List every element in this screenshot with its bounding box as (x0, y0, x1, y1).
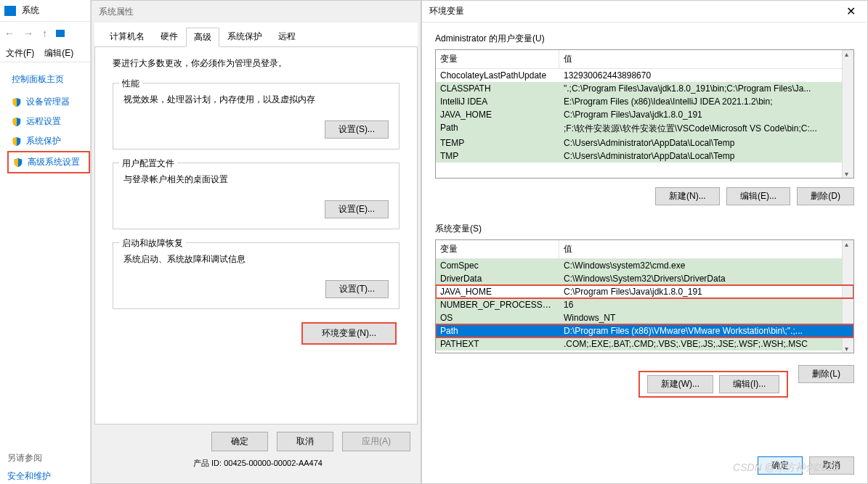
new-user-var-button[interactable]: 新建(N)... (655, 187, 720, 205)
table-row[interactable]: OSWindows_NT (436, 311, 853, 324)
cell-value: .COM;.EXE;.BAT;.CMD;.VBS;.VBE;.JS;.JSE;.… (559, 337, 853, 350)
table-row[interactable]: CLASSPATH".;C:\Program Files\Java\jdk1.8… (436, 82, 853, 95)
props-body: 要进行大多数更改，你必须作为管理员登录。 性能 视觉效果，处理器计划，内存使用，… (94, 47, 418, 424)
cell-variable: OS (436, 311, 559, 324)
user-profiles-group: 用户配置文件 与登录帐户相关的桌面设置 设置(E)... (113, 163, 399, 229)
cell-value: C:\Users\Administrator\AppData\Local\Tem… (559, 136, 853, 149)
sidebar-system-protection[interactable]: 系统保护 (7, 131, 90, 151)
sidebar-label: 高级系统设置 (28, 156, 80, 168)
cell-value: C:\Windows\System32\Drivers\DriverData (559, 272, 853, 285)
delete-sys-var-button[interactable]: 删除(L) (798, 365, 854, 383)
cancel-button[interactable]: 取消 (809, 456, 854, 475)
group-title: 用户配置文件 (119, 157, 177, 170)
cell-variable: PATHEXT (436, 337, 559, 350)
sidebar-label: 系统保护 (26, 135, 61, 147)
tab-hardware[interactable]: 硬件 (153, 27, 186, 46)
startup-recovery-group: 启动和故障恢复 系统启动、系统故障和调试信息 设置(T)... (113, 242, 399, 309)
menu-edit[interactable]: 编辑(E) (44, 47, 73, 60)
cancel-button[interactable]: 取消 (277, 432, 333, 451)
sidebar-label: 远程设置 (26, 115, 61, 128)
admin-note: 要进行大多数更改，你必须作为管理员登录。 (113, 57, 399, 70)
cell-value: C:\Users\Administrator\AppData\Local\Tem… (559, 149, 853, 163)
table-row[interactable]: ComSpecC:\Windows\system32\cmd.exe (436, 259, 853, 272)
cell-variable: Path (436, 324, 559, 337)
table-row[interactable]: TMPC:\Users\Administrator\AppData\Local\… (436, 149, 853, 163)
sidebar-remote-settings[interactable]: 远程设置 (7, 112, 90, 131)
cell-variable: Path (436, 121, 559, 136)
up-arrow-icon[interactable]: ↑ (42, 28, 47, 39)
table-row[interactable]: PathD:\Program Files (x86)\VMware\VMware… (436, 324, 853, 337)
cell-value: C:\Windows\system32\cmd.exe (559, 259, 853, 272)
col-variable[interactable]: 变量 (436, 240, 559, 258)
cell-value: 16 (559, 298, 853, 311)
tab-system-protection[interactable]: 系统保护 (219, 27, 270, 46)
cell-variable: NUMBER_OF_PROCESSORS (436, 298, 559, 311)
system-properties-dialog: 系统属性 计算机名 硬件 高级 系统保护 远程 要进行大多数更改，你必须作为管理… (91, 0, 421, 484)
sys-vars-buttons-highlighted: 新建(W)... 编辑(I)... (638, 371, 789, 398)
sidebar-device-manager[interactable]: 设备管理器 (7, 92, 90, 112)
col-variable[interactable]: 变量 (436, 50, 559, 68)
table-row[interactable]: NUMBER_OF_PROCESSORS16 (436, 298, 853, 311)
table-header: 变量 值 (436, 50, 853, 69)
performance-settings-button[interactable]: 设置(S)... (325, 120, 389, 139)
close-icon[interactable]: ✕ (842, 4, 860, 18)
table-row[interactable]: ChocolateyLastPathUpdate1329300624438986… (436, 69, 853, 82)
table-body: ComSpecC:\Windows\system32\cmd.exeDriver… (436, 259, 853, 350)
env-dialog-buttons: 确定 取消 (753, 456, 854, 475)
table-row[interactable]: JAVA_HOMEC:\Program Files\Java\jdk1.8.0_… (436, 108, 853, 121)
table-row[interactable]: IntelliJ IDEAE:\Program Files (x86)\Idea… (436, 95, 853, 108)
table-row[interactable]: PATHEXT.COM;.EXE;.BAT;.CMD;.VBS;.VBE;.JS… (436, 337, 853, 350)
cell-value: ;F:\软件安装源\软件安装位置\VSCode\Microsoft VS Cod… (559, 121, 853, 136)
cell-value: D:\Program Files (x86)\VMware\VMware Wor… (559, 324, 853, 337)
edit-sys-var-button[interactable]: 编辑(I)... (719, 375, 779, 393)
cell-variable: IntelliJ IDEA (436, 95, 559, 108)
apply-button[interactable]: 应用(A) (342, 432, 410, 451)
performance-group: 性能 视觉效果，处理器计划，内存使用，以及虚拟内存 设置(S)... (113, 83, 399, 149)
shield-icon (12, 117, 22, 127)
back-arrow-icon[interactable]: ← (4, 28, 15, 39)
delete-user-var-button[interactable]: 删除(D) (797, 187, 854, 205)
shield-icon (12, 136, 22, 147)
cell-value: E:\Program Files (x86)\Idea\IntelliJ IDE… (559, 95, 853, 108)
sys-vars-table[interactable]: 变量 值 ComSpecC:\Windows\system32\cmd.exeD… (435, 239, 854, 353)
profiles-settings-button[interactable]: 设置(E)... (325, 200, 389, 218)
menu-file[interactable]: 文件(F) (6, 47, 34, 60)
environment-variables-dialog: 环境变量 ✕ Administrator 的用户变量(U) 变量 值 Choco… (421, 0, 868, 484)
sidebar-advanced-system[interactable]: 高级系统设置 (7, 151, 90, 173)
env-titlebar: 环境变量 ✕ (422, 1, 867, 22)
tabs: 计算机名 硬件 高级 系统保护 远程 (94, 22, 418, 47)
ok-button[interactable]: 确定 (758, 456, 803, 475)
table-row[interactable]: DriverDataC:\Windows\System32\Drivers\Dr… (436, 272, 853, 285)
cell-variable: DriverData (436, 272, 559, 285)
user-vars-table[interactable]: 变量 值 ChocolateyLastPathUpdate13293006244… (435, 49, 854, 179)
scrollbar[interactable] (842, 50, 853, 178)
user-vars-label: Administrator 的用户变量(U) (435, 33, 854, 45)
tab-advanced[interactable]: 高级 (186, 28, 219, 47)
ok-button[interactable]: 确定 (211, 432, 268, 451)
table-row[interactable]: TEMPC:\Users\Administrator\AppData\Local… (436, 136, 853, 149)
table-row[interactable]: JAVA_HOMEC:\Program Files\Java\jdk1.8.0_… (436, 285, 853, 298)
startup-settings-button[interactable]: 设置(T)... (325, 280, 389, 298)
table-row[interactable]: Path;F:\软件安装源\软件安装位置\VSCode\Microsoft VS… (436, 121, 853, 136)
tab-remote[interactable]: 远程 (270, 27, 304, 46)
environment-variables-button[interactable]: 环境变量(N)... (301, 322, 397, 345)
new-sys-var-button[interactable]: 新建(W)... (647, 375, 713, 393)
see-also: 另请参阅 安全和维护 (0, 449, 90, 484)
cell-variable: CLASSPATH (436, 82, 559, 95)
tab-computer-name[interactable]: 计算机名 (102, 27, 153, 46)
col-value[interactable]: 值 (559, 50, 853, 68)
system-titlebar: 系统 (0, 0, 90, 22)
shield-icon (12, 97, 22, 107)
path-icon (56, 30, 65, 37)
group-desc: 视觉效果，处理器计划，内存使用，以及虚拟内存 (123, 94, 389, 106)
cell-value: Windows_NT (559, 311, 853, 324)
env-body: Administrator 的用户变量(U) 变量 值 ChocolateyLa… (422, 22, 867, 425)
security-maintenance-link[interactable]: 安全和维护 (7, 467, 90, 484)
cell-value: C:\Program Files\Java\jdk1.8.0_191 (559, 285, 853, 298)
table-header: 变量 值 (436, 240, 853, 259)
edit-user-var-button[interactable]: 编辑(E)... (726, 187, 790, 205)
cell-variable: TMP (436, 149, 559, 163)
sidebar-header[interactable]: 控制面板主页 (7, 70, 90, 89)
col-value[interactable]: 值 (559, 240, 853, 258)
cell-value: 132930062443898670 (559, 69, 853, 82)
